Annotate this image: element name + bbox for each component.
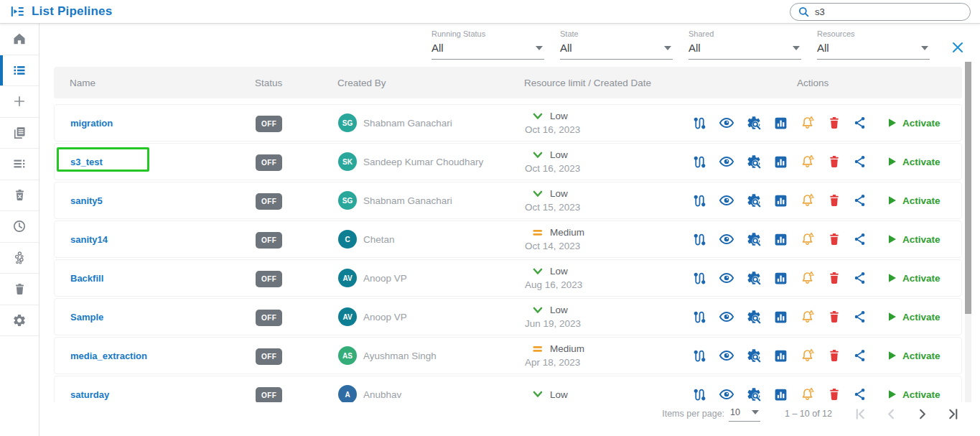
delete-button[interactable] xyxy=(827,387,841,402)
activate-button[interactable]: Activate xyxy=(887,312,941,323)
activate-button[interactable]: Activate xyxy=(887,195,941,206)
filter-dropdown[interactable]: Shared All xyxy=(689,29,801,60)
pipeline-runs-button[interactable] xyxy=(692,271,707,286)
analytics-button[interactable] xyxy=(773,232,788,247)
alerts-button[interactable] xyxy=(800,386,816,402)
analytics-button[interactable] xyxy=(773,116,788,131)
run-settings-button[interactable] xyxy=(746,193,762,208)
run-settings-button[interactable] xyxy=(746,115,762,131)
close-filters-button[interactable] xyxy=(951,41,964,57)
filter-dropdown[interactable]: Running Status All xyxy=(431,29,544,60)
previous-page-button[interactable] xyxy=(885,407,898,421)
alerts-button[interactable] xyxy=(800,348,816,363)
next-page-button[interactable] xyxy=(915,407,929,421)
delete-button[interactable] xyxy=(827,116,841,130)
alerts-button[interactable] xyxy=(800,193,816,208)
delete-button[interactable] xyxy=(827,232,841,246)
run-settings-button[interactable] xyxy=(746,348,762,363)
sidebar-item-history[interactable] xyxy=(0,211,39,243)
created-date: Jun 19, 2023 xyxy=(525,318,686,329)
view-button[interactable] xyxy=(719,193,734,208)
activate-button[interactable]: Activate xyxy=(887,234,941,245)
sidebar-item-graph[interactable] xyxy=(0,243,39,274)
run-settings-button[interactable] xyxy=(746,386,762,402)
sidebar-item-settings[interactable] xyxy=(0,305,39,337)
gear-search-icon xyxy=(746,270,762,286)
filter-dropdown[interactable]: State All xyxy=(560,29,673,60)
analytics-button[interactable] xyxy=(773,271,788,286)
pipeline-name-link[interactable]: media_extraction xyxy=(70,351,147,361)
pipeline-name-link[interactable]: sanity5 xyxy=(70,195,103,206)
delete-button[interactable] xyxy=(827,310,841,324)
delete-button[interactable] xyxy=(827,154,841,169)
filter-dropdown[interactable]: Resources All xyxy=(817,29,930,60)
pipeline-runs-button[interactable] xyxy=(692,193,707,208)
sidebar-item-delete-forever[interactable] xyxy=(0,180,39,212)
run-settings-button[interactable] xyxy=(746,154,762,170)
view-button[interactable] xyxy=(719,348,734,363)
share-button[interactable] xyxy=(853,310,867,324)
pipeline-name-link[interactable]: sanity14 xyxy=(70,234,108,245)
items-per-page-select[interactable]: 10 xyxy=(729,406,760,422)
view-button[interactable] xyxy=(719,309,734,325)
pipeline-runs-button[interactable] xyxy=(692,232,707,247)
avatar: A xyxy=(338,385,357,402)
pipeline-name-link[interactable]: s3_test xyxy=(70,157,103,167)
pipeline-runs-button[interactable] xyxy=(692,116,707,131)
run-settings-button[interactable] xyxy=(746,270,762,286)
search-input[interactable]: s3 xyxy=(790,3,971,21)
alerts-button[interactable] xyxy=(800,270,816,286)
pipeline-name-link[interactable]: Sample xyxy=(70,312,103,323)
pipeline-runs-button[interactable] xyxy=(692,154,707,170)
sidebar-item-add-pipeline[interactable] xyxy=(0,86,39,118)
pipeline-name-link[interactable]: saturday xyxy=(70,389,109,400)
pipeline-runs-button[interactable] xyxy=(692,387,707,402)
analytics-button[interactable] xyxy=(773,310,788,325)
run-settings-button[interactable] xyxy=(746,231,762,247)
activate-button[interactable]: Activate xyxy=(887,157,941,167)
sidebar xyxy=(0,24,39,436)
share-button[interactable] xyxy=(853,116,867,130)
sidebar-item-templates[interactable] xyxy=(0,118,39,149)
analytics-button[interactable] xyxy=(773,193,788,208)
pipeline-name-link[interactable]: Backfill xyxy=(70,273,103,284)
pipeline-runs-button[interactable] xyxy=(692,310,707,325)
alerts-button[interactable] xyxy=(800,115,816,131)
activate-button[interactable]: Activate xyxy=(887,118,941,129)
column-header: Created By xyxy=(337,78,524,88)
share-button[interactable] xyxy=(853,271,867,285)
alerts-button[interactable] xyxy=(800,309,816,325)
first-page-button[interactable] xyxy=(854,407,867,421)
view-button[interactable] xyxy=(719,270,734,286)
sidebar-item-toc[interactable] xyxy=(0,149,39,180)
view-button[interactable] xyxy=(719,386,734,402)
share-button[interactable] xyxy=(853,154,867,169)
last-page-button[interactable] xyxy=(946,407,960,421)
scrollbar-thumb[interactable] xyxy=(965,62,971,314)
analytics-button[interactable] xyxy=(773,348,788,363)
share-button[interactable] xyxy=(853,193,867,208)
view-button[interactable] xyxy=(719,154,734,170)
alerts-button[interactable] xyxy=(800,154,816,170)
alerts-button[interactable] xyxy=(800,231,816,247)
activate-button[interactable]: Activate xyxy=(887,351,941,361)
run-settings-button[interactable] xyxy=(746,309,762,325)
delete-button[interactable] xyxy=(827,348,841,363)
share-button[interactable] xyxy=(853,232,867,246)
delete-button[interactable] xyxy=(827,193,841,208)
sidebar-item-home[interactable] xyxy=(0,24,39,55)
pipeline-runs-button[interactable] xyxy=(692,348,707,363)
share-button[interactable] xyxy=(853,348,867,363)
scrollbar-track[interactable] xyxy=(965,62,971,402)
view-button[interactable] xyxy=(719,231,734,247)
sidebar-item-list-pipelines[interactable] xyxy=(0,55,39,87)
sidebar-item-trash[interactable] xyxy=(0,274,39,305)
analytics-button[interactable] xyxy=(773,387,788,402)
pipeline-name-link[interactable]: migration xyxy=(70,118,113,129)
view-button[interactable] xyxy=(719,115,734,131)
delete-button[interactable] xyxy=(827,271,841,285)
activate-button[interactable]: Activate xyxy=(887,389,941,400)
analytics-button[interactable] xyxy=(773,154,788,170)
share-button[interactable] xyxy=(853,387,867,402)
activate-button[interactable]: Activate xyxy=(887,273,941,284)
